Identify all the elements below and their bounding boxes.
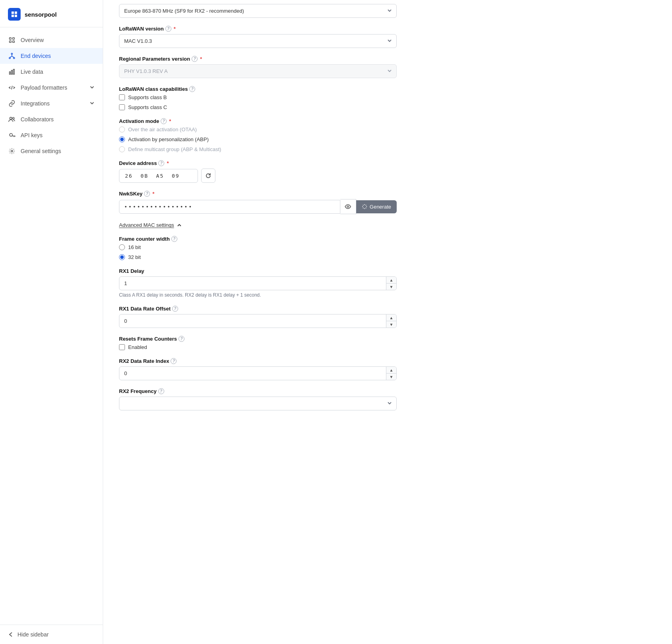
rx2-data-rate-index-increment[interactable]: ▲	[386, 367, 396, 374]
lorawan-version-select[interactable]: MAC V1.0.3	[119, 34, 397, 48]
lorawan-version-help-icon[interactable]: ?	[165, 26, 171, 32]
frame-counter-32bit-item[interactable]: 32 bit	[119, 254, 397, 260]
rx2-frequency-field: RX2 Frequency ?	[119, 388, 397, 410]
chevron-down-icon	[89, 84, 95, 91]
activation-otaa-label: Over the air activation (OTAA)	[128, 126, 197, 132]
activation-abp-item[interactable]: Activation by personalization (ABP)	[119, 136, 397, 142]
activation-mode-radios: Over the air activation (OTAA) Activatio…	[119, 126, 397, 152]
app-name: sensorpool	[25, 11, 57, 18]
lorawan-class-help-icon[interactable]: ?	[189, 86, 195, 92]
regional-parameters-help-icon[interactable]: ?	[192, 56, 198, 62]
svg-rect-3	[15, 15, 17, 17]
rx2-frequency-select[interactable]	[119, 397, 397, 410]
lorawan-class-field: LoRaWAN class capabilities ? Supports cl…	[119, 86, 397, 110]
activation-mode-help-icon[interactable]: ?	[161, 118, 167, 124]
lorawan-version-field: LoRaWAN version ? * MAC V1.0.3	[119, 26, 397, 48]
nwkskey-visibility-button[interactable]	[340, 199, 356, 214]
rx1-delay-decrement[interactable]: ▼	[386, 284, 396, 290]
rx2-data-rate-index-field: RX2 Data Rate Index ? ▲ ▼	[119, 358, 397, 380]
chevron-down-icon	[89, 100, 95, 107]
class-c-label: Supports class C	[128, 104, 167, 110]
sidebar-item-label: Integrations	[21, 100, 50, 107]
rx1-data-rate-offset-help-icon[interactable]: ?	[172, 306, 178, 312]
regional-parameters-label: Regional Parameters version ? *	[119, 56, 397, 62]
svg-rect-2	[12, 15, 14, 17]
lorawan-class-label: LoRaWAN class capabilities ?	[119, 86, 397, 92]
svg-rect-0	[12, 12, 14, 14]
device-address-input[interactable]	[119, 169, 198, 183]
resets-frame-counters-label: Resets Frame Counters ?	[119, 336, 397, 342]
activation-otaa-radio[interactable]	[119, 126, 125, 132]
activation-multicast-radio[interactable]	[119, 146, 125, 152]
class-b-checkbox[interactable]	[119, 94, 125, 100]
frame-counter-16bit-label: 16 bit	[128, 244, 141, 250]
sidebar-item-label: Collaborators	[21, 116, 54, 123]
grid-icon	[8, 36, 16, 44]
class-c-checkbox[interactable]	[119, 104, 125, 110]
rx1-data-rate-offset-increment[interactable]: ▲	[386, 314, 396, 321]
resets-frame-counters-help-icon[interactable]: ?	[179, 336, 184, 342]
regional-parameters-field: Regional Parameters version ? * PHY V1.0…	[119, 56, 397, 78]
svg-rect-5	[13, 38, 15, 40]
frame-counter-radios: 16 bit 32 bit	[119, 244, 397, 260]
activation-abp-radio[interactable]	[119, 136, 125, 142]
sidebar-item-collaborators[interactable]: Collaborators	[0, 111, 103, 127]
svg-point-24	[11, 150, 13, 152]
bar-chart-icon	[8, 68, 16, 76]
activation-otaa-item[interactable]: Over the air activation (OTAA)	[119, 126, 397, 132]
activation-mode-field: Activation mode ? * Over the air activat…	[119, 118, 397, 152]
svg-point-10	[13, 58, 15, 59]
frequency-plan-field: Europe 863-870 MHz (SF9 for RX2 - recomm…	[119, 4, 397, 18]
sidebar-item-label: End devices	[21, 53, 51, 59]
key-icon	[8, 131, 16, 139]
sidebar-item-label: Overview	[21, 37, 44, 43]
svg-rect-6	[10, 41, 12, 43]
activation-multicast-item[interactable]: Define multicast group (ABP & Multicast)	[119, 146, 397, 152]
sidebar-item-live-data[interactable]: Live data	[0, 64, 103, 80]
rx1-data-rate-offset-input[interactable]	[119, 314, 397, 328]
class-c-checkbox-item[interactable]: Supports class C	[119, 104, 397, 110]
sidebar-item-integrations[interactable]: Integrations	[0, 96, 103, 111]
svg-point-20	[10, 134, 12, 136]
sidebar-item-payload-formatters[interactable]: Payload formatters	[0, 80, 103, 96]
svg-point-9	[9, 58, 10, 59]
sidebar-item-overview[interactable]: Overview	[0, 32, 103, 48]
resets-frame-counters-checkbox[interactable]	[119, 344, 125, 350]
frame-counter-help-icon[interactable]: ?	[171, 236, 177, 242]
rx2-data-rate-index-input[interactable]	[119, 366, 397, 380]
svg-point-18	[10, 117, 12, 119]
advanced-mac-toggle[interactable]: Advanced MAC settings	[119, 222, 182, 228]
rx1-data-rate-offset-decrement[interactable]: ▼	[386, 321, 396, 328]
rx1-delay-label: RX1 Delay	[119, 268, 397, 274]
rx1-data-rate-offset-wrapper: ▲ ▼	[119, 314, 397, 328]
frame-counter-32bit-radio[interactable]	[119, 254, 125, 260]
device-address-field: Device address ? *	[119, 160, 397, 183]
frame-counter-16bit-item[interactable]: 16 bit	[119, 244, 397, 250]
logo-icon	[8, 8, 21, 21]
svg-point-8	[11, 53, 12, 54]
frame-counter-16bit-radio[interactable]	[119, 244, 125, 250]
sidebar-item-api-keys[interactable]: API keys	[0, 127, 103, 143]
activation-abp-label: Activation by personalization (ABP)	[128, 136, 209, 142]
generate-nwkskey-button[interactable]: Generate	[356, 200, 397, 213]
hide-sidebar-label: Hide sidebar	[17, 631, 49, 638]
sidebar-item-general-settings[interactable]: General settings	[0, 143, 103, 159]
class-b-checkbox-item[interactable]: Supports class B	[119, 94, 397, 100]
hide-sidebar-button[interactable]: Hide sidebar	[8, 631, 95, 638]
svg-line-17	[12, 86, 12, 90]
refresh-device-address-button[interactable]	[201, 169, 215, 183]
sidebar-item-end-devices[interactable]: End devices	[0, 48, 103, 64]
resets-frame-counters-checkbox-item[interactable]: Enabled	[119, 344, 397, 350]
rx1-delay-input[interactable]	[119, 276, 397, 290]
nwkskey-help-icon[interactable]: ?	[144, 191, 150, 197]
device-address-help-icon[interactable]: ?	[158, 160, 164, 166]
frequency-plan-select[interactable]: Europe 863-870 MHz (SF9 for RX2 - recomm…	[119, 4, 397, 18]
regional-parameters-select: PHY V1.0.3 REV A	[119, 64, 397, 78]
rx2-data-rate-index-decrement[interactable]: ▼	[386, 374, 396, 380]
rx2-frequency-help-icon[interactable]: ?	[158, 388, 164, 394]
logo-area: sensorpool	[0, 0, 103, 27]
rx2-data-rate-index-help-icon[interactable]: ?	[171, 358, 177, 364]
nwkskey-input[interactable]	[119, 200, 340, 214]
svg-rect-1	[15, 12, 17, 14]
rx1-delay-increment[interactable]: ▲	[386, 277, 396, 284]
